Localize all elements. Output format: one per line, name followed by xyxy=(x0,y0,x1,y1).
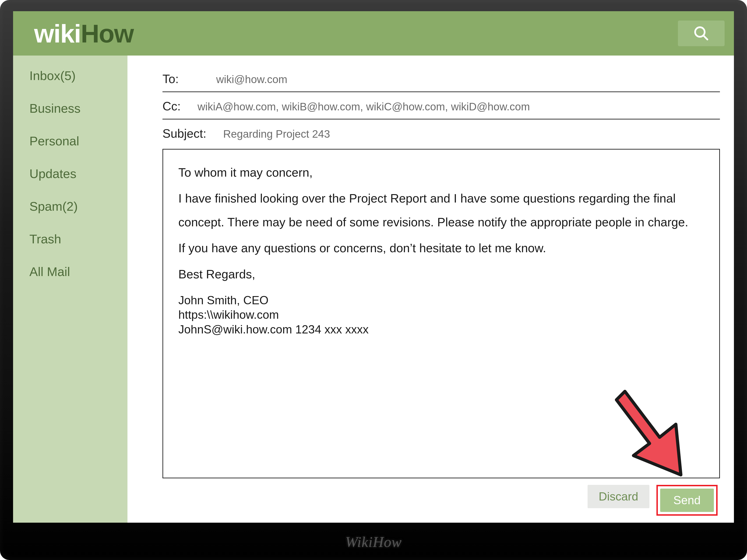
body-paragraph-1: I have finished looking over the Project… xyxy=(178,187,704,234)
compose-panel: To: wiki@how.com Cc: wikiA@how.com, wiki… xyxy=(127,56,734,523)
to-input[interactable]: wiki@how.com xyxy=(216,73,287,86)
send-button[interactable]: Send xyxy=(660,488,714,512)
signature-url: https:\\wikihow.com xyxy=(178,308,704,322)
body-greeting: To whom it may concern, xyxy=(178,161,704,184)
svg-line-1 xyxy=(703,35,707,40)
signature-contact: JohnS@wiki.how.com 1234 xxx xxxx xyxy=(178,322,704,337)
sidebar-item-business[interactable]: Business xyxy=(29,101,127,115)
search-button[interactable] xyxy=(678,21,725,46)
brand-logo-part1: wiki xyxy=(34,19,81,48)
watermark-text: WikiHow xyxy=(0,533,747,551)
discard-button[interactable]: Discard xyxy=(588,485,649,508)
subject-input[interactable]: Regarding Project 243 xyxy=(223,128,330,140)
send-button-highlight: Send xyxy=(656,485,718,516)
app-screen: wikiHow Inbox(5) Business Personal Updat… xyxy=(13,11,734,523)
cc-field-row: Cc: wikiA@how.com, wikiB@how.com, wikiC@… xyxy=(162,92,720,119)
sidebar-item-inbox[interactable]: Inbox(5) xyxy=(29,69,127,83)
sidebar-item-personal[interactable]: Personal xyxy=(29,134,127,148)
sidebar-item-spam[interactable]: Spam(2) xyxy=(29,199,127,213)
sidebar-item-trash[interactable]: Trash xyxy=(29,232,127,246)
subject-label: Subject: xyxy=(162,127,223,140)
body-textarea[interactable]: To whom it may concern, I have finished … xyxy=(162,149,720,478)
content-area: Inbox(5) Business Personal Updates Spam(… xyxy=(13,56,734,523)
cc-input[interactable]: wikiA@how.com, wikiB@how.com, wikiC@how.… xyxy=(198,100,530,113)
cc-label: Cc: xyxy=(162,99,198,113)
subject-field-row: Subject: Regarding Project 243 xyxy=(162,119,720,146)
app-header: wikiHow xyxy=(13,11,734,56)
compose-actions: Discard Send xyxy=(162,478,720,516)
sidebar-item-updates[interactable]: Updates xyxy=(29,166,127,181)
sidebar: Inbox(5) Business Personal Updates Spam(… xyxy=(13,56,127,523)
signature-block: John Smith, CEO https:\\wikihow.com John… xyxy=(178,293,704,337)
search-icon xyxy=(693,25,710,42)
signature-name: John Smith, CEO xyxy=(178,293,704,308)
brand-logo-part2: How xyxy=(81,19,133,48)
to-field-row: To: wiki@how.com xyxy=(162,65,720,92)
to-label: To: xyxy=(162,72,216,86)
sidebar-item-allmail[interactable]: All Mail xyxy=(29,264,127,279)
body-closing: Best Regards, xyxy=(178,263,704,286)
body-paragraph-2: If you have any questions or concerns, d… xyxy=(178,236,704,260)
brand-logo: wikiHow xyxy=(34,19,133,48)
